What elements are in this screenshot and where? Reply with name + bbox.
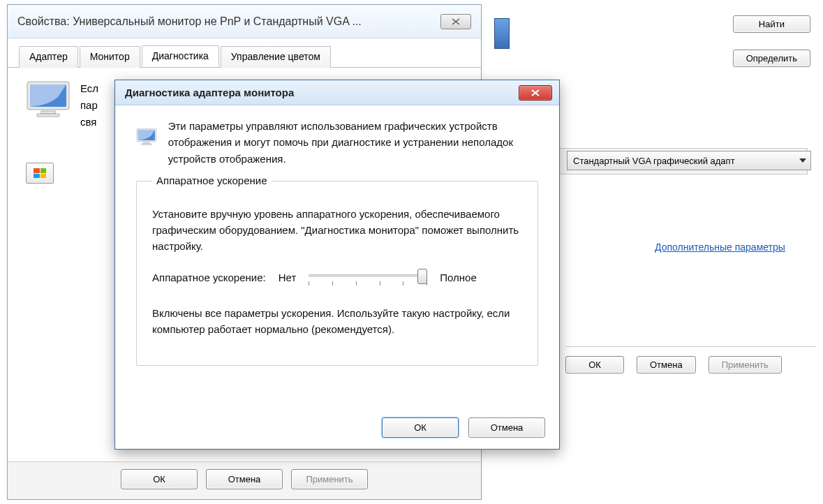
slider-min-label: Нет [279, 272, 297, 283]
slider-thumb[interactable] [417, 269, 427, 284]
detect-button[interactable]: Определить [733, 50, 810, 67]
close-icon [451, 18, 461, 25]
tab-adapter[interactable]: Адаптер [19, 46, 78, 68]
properties-close-button[interactable] [440, 14, 471, 29]
chevron-down-icon [799, 158, 806, 163]
groupbox-title: Аппаратное ускорение [152, 175, 272, 186]
tab-color-management[interactable]: Управление цветом [221, 46, 331, 68]
hardware-accel-groupbox: Аппаратное ускорение Установите вручную … [136, 181, 538, 366]
properties-ok-button[interactable]: ОК [121, 469, 198, 489]
diagnostics-titlebar[interactable]: Диагностика адаптера монитора [115, 80, 559, 105]
svg-rect-2 [41, 111, 55, 114]
properties-apply-button[interactable]: Применить [291, 469, 368, 489]
diagnostics-title: Диагностика адаптера монитора [125, 87, 519, 98]
properties-title: Свойства: Универсальный монитор не PnP и… [17, 15, 440, 28]
diagnostics-bottom-bar: ОК Отмена [115, 410, 559, 449]
slider-label: Аппаратное ускорение: [152, 272, 266, 283]
properties-body-text-partial: Есл пар свя [80, 80, 98, 131]
diagnostics-body: Эти параметры управляют использованием г… [115, 105, 559, 374]
properties-cancel-button[interactable]: Отмена [206, 469, 283, 489]
tab-monitor[interactable]: Монитор [80, 46, 140, 68]
hardware-accel-description: Установите вручную уровень аппаратного у… [152, 206, 522, 255]
hardware-accel-status: Включены все параметры ускорения. Исполь… [152, 305, 522, 338]
hardware-accel-slider[interactable] [309, 267, 427, 288]
properties-titlebar[interactable]: Свойства: Универсальный монитор не PnP и… [8, 5, 481, 38]
svg-rect-7 [141, 144, 151, 145]
slider-ticks [309, 281, 427, 286]
diagnostics-ok-button[interactable]: ОК [382, 417, 459, 438]
tab-diagnostics[interactable]: Диагностика [142, 45, 219, 67]
bg-cancel-button[interactable]: Отмена [637, 356, 696, 373]
properties-bottom-bar: ОК Отмена Применить [8, 461, 481, 499]
windows-shield-icon [34, 168, 46, 178]
monitor-icon [136, 118, 157, 156]
properties-tabstrip: Адаптер Монитор Диагностика Управление ц… [8, 38, 481, 68]
advanced-params-link[interactable]: Дополнительные параметры [655, 242, 785, 253]
background-window-sliver [494, 18, 510, 49]
change-settings-button[interactable] [26, 163, 54, 184]
close-icon [530, 89, 541, 97]
diagnostics-dialog: Диагностика адаптера монитора Эти параме… [114, 80, 560, 450]
bg-divider [565, 346, 816, 347]
diagnostics-intro-text: Эти параметры управляют использованием г… [168, 118, 538, 167]
svg-rect-6 [143, 142, 149, 144]
find-button[interactable]: Найти [733, 15, 810, 33]
monitor-icon [26, 80, 71, 118]
slider-track [309, 274, 427, 277]
diagnostics-cancel-button[interactable]: Отмена [468, 417, 545, 438]
svg-rect-3 [37, 114, 59, 117]
diagnostics-close-button[interactable] [519, 85, 552, 101]
bg-apply-button[interactable]: Применить [709, 356, 782, 373]
adapter-select-value: Стандартный VGA графический адапт [573, 156, 735, 166]
adapter-select[interactable]: Стандартный VGA графический адапт [567, 151, 811, 170]
slider-max-label: Полное [440, 272, 477, 283]
bg-ok-button[interactable]: ОК [565, 356, 624, 373]
